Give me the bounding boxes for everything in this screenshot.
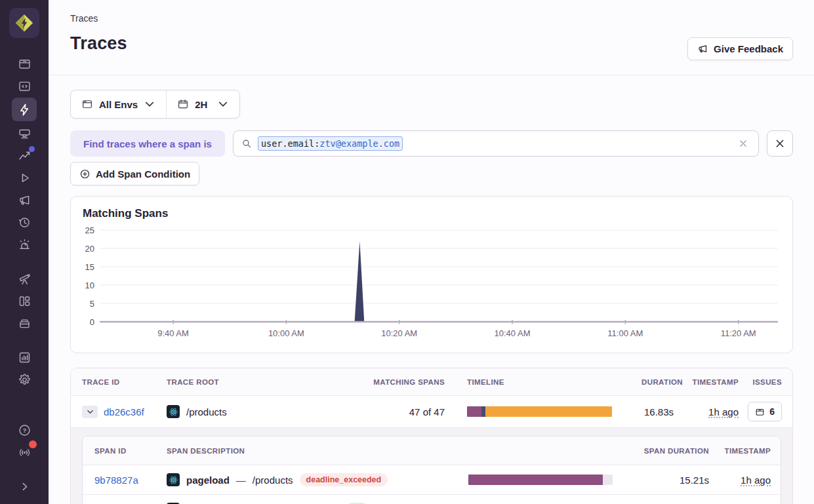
telescope-icon <box>18 272 31 286</box>
trace-row: db26c36f /products 47 of 47 16 <box>71 396 792 427</box>
span-timeline-bar[interactable] <box>468 475 613 485</box>
svg-text:10:20 AM: 10:20 AM <box>381 328 417 338</box>
col-span-timestamp: Timestamp <box>712 447 781 455</box>
sidebar-item-archive[interactable] <box>12 313 37 334</box>
span-timestamp[interactable]: 1h ago <box>741 475 771 486</box>
sidebar-collapse-toggle[interactable] <box>12 476 37 497</box>
sidebar-item-explore[interactable] <box>12 98 37 121</box>
plus-circle-icon <box>79 168 91 180</box>
traces-table-header: Trace ID Trace Root Matching Spans Timel… <box>71 368 792 396</box>
archive-box-icon <box>18 317 31 330</box>
close-icon <box>739 139 748 148</box>
give-feedback-button[interactable]: Give Feedback <box>687 37 793 60</box>
gear-icon <box>18 373 31 387</box>
sidebar-item-usage-stats[interactable] <box>12 347 37 368</box>
megaphone-icon <box>697 43 708 54</box>
svg-text:20: 20 <box>85 244 94 254</box>
environment-filter-label: All Envs <box>99 99 138 110</box>
react-platform-icon <box>167 473 180 486</box>
trace-id-link[interactable]: db26c36f <box>104 406 144 417</box>
sidebar-item-insights[interactable] <box>12 145 37 166</box>
megaphone-icon <box>18 193 31 207</box>
col-span-id: Span ID <box>83 447 167 455</box>
logo-diamond-icon <box>14 13 34 33</box>
col-issues: Issues <box>739 378 792 386</box>
remove-condition-button[interactable] <box>767 130 793 157</box>
sidebar-item-settings[interactable] <box>12 369 37 390</box>
sidebar-item-projects[interactable] <box>12 75 37 96</box>
help-circle-icon: ? <box>18 423 31 437</box>
col-trace-root: Trace Root <box>167 378 359 386</box>
time-range-filter[interactable]: 2H <box>166 90 239 118</box>
traces-table: Trace ID Trace Root Matching Spans Timel… <box>70 368 793 504</box>
code-folder-icon <box>18 79 31 93</box>
matching-spans-chart[interactable]: 05101520259:40 AM10:00 AM10:20 AM10:40 A… <box>83 224 782 339</box>
sidebar-item-alerts[interactable] <box>12 234 37 255</box>
sidebar-item-issues[interactable] <box>12 53 37 74</box>
token-key: user.email: <box>261 138 319 149</box>
span-row: 9b78827a pageload — <box>83 465 781 494</box>
spans-table: Span ID Span Description Span Duration T… <box>82 436 781 504</box>
trace-timestamp[interactable]: 1h ago <box>708 406 739 417</box>
environment-filter[interactable]: All Envs <box>71 90 166 118</box>
page-title: Traces <box>70 33 793 54</box>
span-duration: 15.21s <box>614 475 712 486</box>
sidebar-item-help[interactable]: ? <box>12 419 37 440</box>
chevron-down-icon <box>87 408 94 416</box>
chevron-right-icon <box>18 480 31 494</box>
span-search-input[interactable]: user.email:ztv@example.com <box>233 130 759 157</box>
svg-text:5: 5 <box>90 299 94 309</box>
col-trace-id: Trace ID <box>71 378 167 386</box>
give-feedback-label: Give Feedback <box>714 43 783 54</box>
bar-stats-icon <box>18 351 31 364</box>
svg-text:0: 0 <box>90 317 94 327</box>
svg-text:9:40 AM: 9:40 AM <box>157 328 189 338</box>
projector-icon <box>18 126 31 140</box>
whats-new-notification-dot <box>29 440 37 448</box>
search-token[interactable]: user.email:ztv@example.com <box>258 136 403 151</box>
sidebar-item-history[interactable] <box>12 212 37 233</box>
add-span-condition-label: Add Span Condition <box>96 168 190 180</box>
sidebar-item-feedback[interactable] <box>12 189 37 210</box>
svg-text:10: 10 <box>85 281 94 290</box>
sidebar-item-discover[interactable] <box>12 268 37 289</box>
span-id-link[interactable]: 9b78827a <box>94 475 138 486</box>
sidebar-item-replays[interactable] <box>12 167 37 188</box>
clear-search-button[interactable] <box>736 136 750 151</box>
col-span-duration: Span Duration <box>614 447 712 455</box>
matching-spans-count: 47 of 47 <box>359 406 445 417</box>
expanded-spans-section: Span ID Span Description Span Duration T… <box>71 427 792 504</box>
spans-table-header: Span ID Span Description Span Duration T… <box>83 436 781 465</box>
trace-duration: 16.83s <box>641 406 678 417</box>
svg-text:?: ? <box>22 427 26 434</box>
trace-issues-count: 6 <box>769 406 775 417</box>
chevron-down-icon <box>217 98 229 110</box>
page-header: Traces Traces Give Feedback <box>49 0 814 75</box>
svg-text:25: 25 <box>85 225 94 235</box>
find-traces-pill: Find traces where a span is <box>70 130 225 157</box>
sidebar: ? <box>0 0 49 504</box>
svg-text:15: 15 <box>85 262 94 272</box>
clock-history-icon <box>18 216 31 229</box>
token-value: ztv@example.com <box>319 138 399 149</box>
collapse-row-button[interactable] <box>82 406 98 418</box>
svg-text:10:40 AM: 10:40 AM <box>495 328 531 338</box>
sidebar-item-dashboards[interactable] <box>12 290 37 311</box>
separator: — <box>236 475 246 486</box>
lightning-icon <box>18 103 31 117</box>
app-logo[interactable] <box>9 8 39 38</box>
layout-grid-icon <box>18 294 31 308</box>
trace-issues-button[interactable]: 6 <box>748 402 782 421</box>
sidebar-item-whats-new[interactable] <box>12 442 37 463</box>
broadcast-icon <box>18 446 31 459</box>
issues-inbox-icon <box>755 407 765 417</box>
add-span-condition-button[interactable]: Add Span Condition <box>70 162 199 185</box>
col-duration: Duration <box>641 378 678 386</box>
breadcrumb[interactable]: Traces <box>70 13 793 24</box>
span-row: b7a7e441 ex http.server — GET /organizat… <box>83 494 781 504</box>
filter-bar: All Envs 2H <box>70 90 240 119</box>
search-icon <box>241 138 252 149</box>
trace-timeline-bar[interactable] <box>467 406 612 417</box>
window-icon <box>81 98 93 110</box>
sidebar-item-stats-projector[interactable] <box>12 123 37 144</box>
